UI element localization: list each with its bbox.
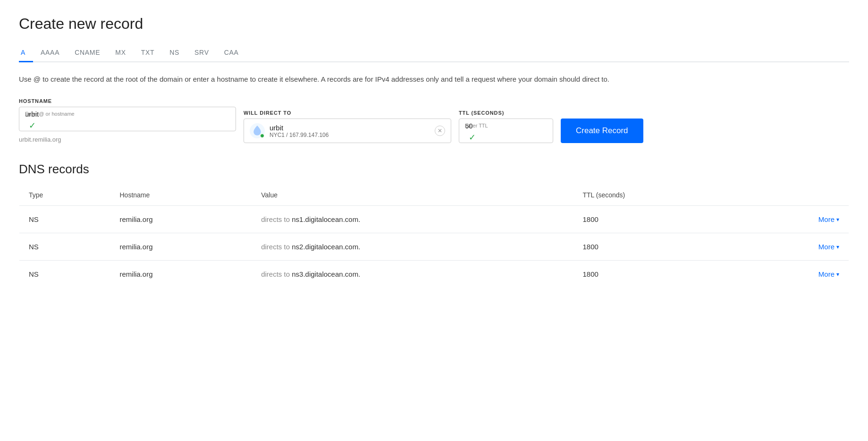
row1-hostname: remilia.org [110,206,252,233]
col-type: Type [19,185,110,206]
direct-to-input-wrapper[interactable]: urbit NYC1 / 167.99.147.106 ✕ [244,119,451,143]
row2-value-strong: ns2.digitalocean.com. [292,243,360,251]
row1-value-strong: ns1.digitalocean.com. [292,215,360,223]
row3-value: directs to ns3.digitalocean.com. [252,261,573,288]
row1-actions: More ▾ [740,206,849,233]
col-actions [740,185,849,206]
tab-TXT[interactable]: TXT [134,44,162,62]
dns-table-header: Type Hostname Value TTL (seconds) [19,185,849,206]
clear-direct-to-icon[interactable]: ✕ [435,126,445,136]
ttl-group: TTL (SECONDS) Enter TTL ✓ [459,110,553,143]
hostname-input-wrapper: Enter @ or hostname ✓ [19,107,236,131]
row1-more-label: More [818,215,834,223]
droplet-text: urbit NYC1 / 167.99.147.106 [270,124,329,138]
dns-records-section: DNS records Type Hostname Value TTL (sec… [19,162,849,288]
tab-MX[interactable]: MX [108,44,133,62]
droplet-area: urbit NYC1 / 167.99.147.106 [250,123,431,138]
row3-value-strong: ns3.digitalocean.com. [292,270,360,278]
row3-hostname: remilia.org [110,261,252,288]
hostname-group: HOSTNAME Enter @ or hostname ✓ urbit.rem… [19,98,236,143]
table-row: NS remilia.org directs to ns3.digitaloce… [19,261,849,288]
tab-NS[interactable]: NS [162,44,187,62]
create-record-button[interactable]: Create Record [561,119,643,143]
row2-ttl: 1800 [573,233,740,261]
hostname-hint: urbit.remilia.org [19,136,236,143]
row1-more-button[interactable]: More ▾ [818,215,839,223]
tab-CAA[interactable]: CAA [217,44,246,62]
row3-actions: More ▾ [740,261,849,288]
row3-ttl: 1800 [573,261,740,288]
tab-AAAA[interactable]: AAAA [33,44,67,62]
row2-more-button[interactable]: More ▾ [818,243,839,251]
row2-value: directs to ns2.digitalocean.com. [252,233,573,261]
tab-A[interactable]: A [19,44,33,62]
row3-chevron-down-icon: ▾ [836,271,839,278]
row2-chevron-down-icon: ▾ [836,244,839,250]
row1-ttl: 1800 [573,206,740,233]
row3-type: NS [19,261,110,288]
table-row: NS remilia.org directs to ns2.digitaloce… [19,233,849,261]
direct-to-group: WILL DIRECT TO urbit NYC1 / 167.99.147.1… [244,110,451,143]
col-hostname: Hostname [110,185,252,206]
record-type-tabs: A AAAA CNAME MX TXT NS SRV CAA [19,44,849,62]
droplet-sub: NYC1 / 167.99.147.106 [270,132,329,138]
hostname-placeholder: Enter @ or hostname [25,111,75,117]
dns-table: Type Hostname Value TTL (seconds) NS rem… [19,184,849,288]
ttl-placeholder: Enter TTL [465,123,488,128]
page-title: Create new record [19,15,849,33]
row1-value: directs to ns1.digitalocean.com. [252,206,573,233]
droplet-icon [250,123,265,138]
hostname-label: HOSTNAME [19,98,236,104]
row1-type: NS [19,206,110,233]
row2-more-label: More [818,243,834,251]
row3-more-label: More [818,270,834,278]
create-record-form: HOSTNAME Enter @ or hostname ✓ urbit.rem… [19,98,849,143]
col-value: Value [252,185,573,206]
table-row: NS remilia.org directs to ns1.digitaloce… [19,206,849,233]
col-ttl: TTL (seconds) [573,185,740,206]
dns-records-title: DNS records [19,162,849,177]
row2-hostname: remilia.org [110,233,252,261]
ttl-label: TTL (SECONDS) [459,110,553,116]
ttl-input-wrapper: Enter TTL ✓ [459,119,553,143]
droplet-name: urbit [270,124,329,132]
direct-to-label: WILL DIRECT TO [244,110,451,116]
row1-chevron-down-icon: ▾ [836,216,839,223]
form-description: Use @ to create the record at the root o… [19,74,680,85]
hostname-check-icon: ✓ [29,120,36,131]
tab-CNAME[interactable]: CNAME [67,44,108,62]
dns-table-body: NS remilia.org directs to ns1.digitaloce… [19,206,849,288]
ttl-check-icon: ✓ [469,132,476,143]
tab-SRV[interactable]: SRV [187,44,217,62]
row2-actions: More ▾ [740,233,849,261]
droplet-status-dot [260,134,264,138]
row3-more-button[interactable]: More ▾ [818,270,839,278]
row2-type: NS [19,233,110,261]
